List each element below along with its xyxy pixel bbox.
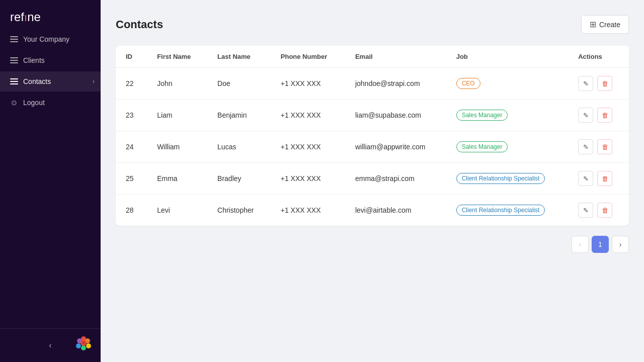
edit-button[interactable]: ✎ (578, 203, 593, 218)
cell-firstname: William (147, 131, 207, 163)
delete-button[interactable]: 🗑 (597, 203, 612, 218)
job-badge: Sales Manager (456, 110, 508, 121)
sidebar-clients-label: Clients (23, 56, 45, 64)
edit-button[interactable]: ✎ (578, 139, 593, 154)
cell-phone: +1 XXX XXX (271, 100, 345, 131)
cell-id: 22 (116, 68, 147, 100)
cell-lastname: Bradley (207, 163, 271, 195)
sidebar-nav: Your Company Clients Contacts › ⊙ Logout (0, 29, 101, 328)
cell-lastname: Christopher (207, 195, 271, 226)
menu-icon-clients (10, 57, 18, 63)
sidebar: refıne Your Company Clients Contacts › (0, 0, 101, 362)
pagination-page-1[interactable]: 1 (592, 236, 609, 253)
col-job: Job (446, 46, 568, 68)
svg-point-3 (81, 345, 86, 350)
cell-id: 23 (116, 100, 147, 131)
delete-button[interactable]: 🗑 (597, 139, 612, 154)
sidebar-item-logout[interactable]: ⊙ Logout (0, 93, 101, 113)
table-row: 25 Emma Bradley +1 XXX XXX emma@strapi.c… (116, 163, 629, 195)
sidebar-logout-label: Logout (23, 99, 45, 107)
table-header: ID First Name Last Name Phone Number Ema… (116, 46, 629, 68)
delete-button[interactable]: 🗑 (597, 171, 612, 186)
cell-actions: ✎ 🗑 (568, 163, 629, 195)
cell-email: levi@airtable.com (345, 195, 446, 226)
cell-job: Sales Manager (446, 100, 568, 131)
col-email: Email (345, 46, 446, 68)
plus-icon: ⊞ (590, 20, 596, 29)
logo: refıne (0, 0, 101, 29)
cell-actions: ✎ 🗑 (568, 100, 629, 131)
logout-icon: ⊙ (10, 99, 18, 107)
cell-firstname: Liam (147, 100, 207, 131)
delete-button[interactable]: 🗑 (597, 108, 612, 123)
chevron-right-icon: › (93, 78, 95, 85)
pagination-prev[interactable]: ‹ (572, 236, 589, 253)
cell-phone: +1 XXX XXX (271, 163, 345, 195)
job-badge: CEO (456, 78, 480, 89)
job-badge: Client Relationship Specialist (456, 173, 545, 184)
page-title: Contacts (116, 18, 163, 31)
menu-icon (10, 36, 18, 42)
pagination: ‹ 1 › (116, 236, 629, 253)
svg-point-7 (82, 341, 85, 344)
cell-id: 25 (116, 163, 147, 195)
menu-icon-contacts (10, 78, 18, 84)
job-badge: Sales Manager (456, 141, 508, 152)
cell-actions: ✎ 🗑 (568, 195, 629, 226)
cell-job: Client Relationship Specialist (446, 195, 568, 226)
cell-firstname: John (147, 68, 207, 100)
cell-job: CEO (446, 68, 568, 100)
flower-decoration (74, 334, 93, 354)
table-row: 23 Liam Benjamin +1 XXX XXX liam@supabas… (116, 100, 629, 131)
cell-email: liam@supabase.com (345, 100, 446, 131)
main-content: Contacts ⊞ Create ID First Name Last Nam… (101, 0, 644, 362)
sidebar-contacts-label: Contacts (23, 77, 51, 85)
cell-lastname: Doe (207, 68, 271, 100)
table-row: 22 John Doe +1 XXX XXX johndoe@strapi.co… (116, 68, 629, 100)
cell-phone: +1 XXX XXX (271, 195, 345, 226)
delete-button[interactable]: 🗑 (597, 76, 612, 91)
table-row: 28 Levi Christopher +1 XXX XXX levi@airt… (116, 195, 629, 226)
cell-email: johndoe@strapi.com (345, 68, 446, 100)
sidebar-item-clients[interactable]: Clients (0, 50, 101, 70)
edit-button[interactable]: ✎ (578, 76, 593, 91)
cell-email: emma@strapi.com (345, 163, 446, 195)
contacts-table: ID First Name Last Name Phone Number Ema… (116, 46, 629, 226)
cell-lastname: Benjamin (207, 100, 271, 131)
svg-point-4 (76, 343, 81, 348)
table-body: 22 John Doe +1 XXX XXX johndoe@strapi.co… (116, 68, 629, 226)
cell-actions: ✎ 🗑 (568, 68, 629, 100)
cell-email: william@appwrite.com (345, 131, 446, 163)
cell-phone: +1 XXX XXX (271, 68, 345, 100)
col-id: ID (116, 46, 147, 68)
col-phone: Phone Number (271, 46, 345, 68)
cell-id: 28 (116, 195, 147, 226)
table: ID First Name Last Name Phone Number Ema… (116, 46, 629, 226)
col-firstname: First Name (147, 46, 207, 68)
sidebar-company-label: Your Company (23, 35, 69, 43)
col-actions: Actions (568, 46, 629, 68)
svg-point-2 (86, 343, 91, 348)
table-row: 24 William Lucas +1 XXX XXX william@appw… (116, 131, 629, 163)
cell-firstname: Levi (147, 195, 207, 226)
job-badge: Client Relationship Specialist (456, 205, 545, 216)
cell-firstname: Emma (147, 163, 207, 195)
cell-id: 24 (116, 131, 147, 163)
cell-actions: ✎ 🗑 (568, 131, 629, 163)
page-header: Contacts ⊞ Create (116, 15, 629, 34)
sidebar-item-company[interactable]: Your Company (0, 29, 101, 49)
pagination-next[interactable]: › (612, 236, 629, 253)
sidebar-item-contacts[interactable]: Contacts › (0, 71, 101, 92)
edit-button[interactable]: ✎ (578, 171, 593, 186)
cell-job: Sales Manager (446, 131, 568, 163)
cell-job: Client Relationship Specialist (446, 163, 568, 195)
cell-lastname: Lucas (207, 131, 271, 163)
col-lastname: Last Name (207, 46, 271, 68)
cell-phone: +1 XXX XXX (271, 131, 345, 163)
create-button[interactable]: ⊞ Create (581, 15, 629, 34)
edit-button[interactable]: ✎ (578, 108, 593, 123)
